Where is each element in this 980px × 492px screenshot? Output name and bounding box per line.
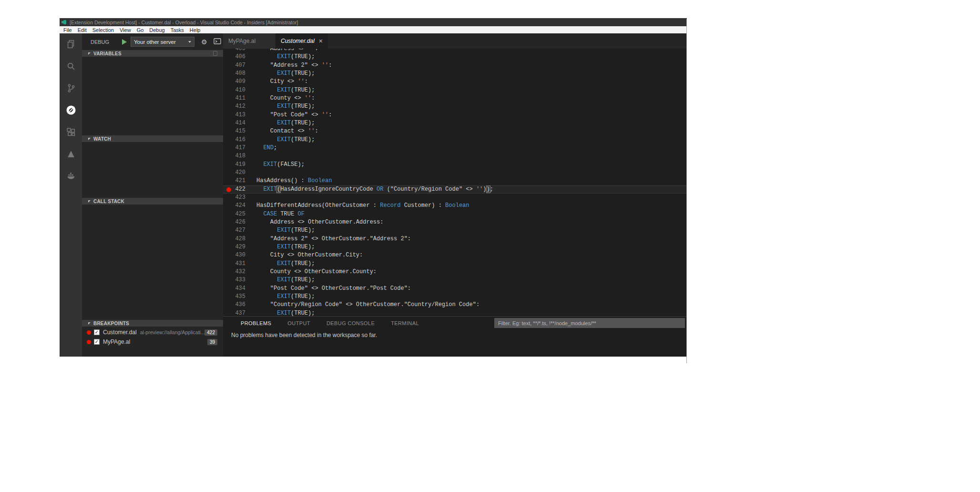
code-line-416[interactable]: 416 EXIT(TRUE); xyxy=(223,136,687,144)
editor-group: MyPAge.al Customer.dal × 405 Address <> … xyxy=(223,33,687,357)
breakpoint-dot-icon xyxy=(87,330,91,335)
code-text xyxy=(245,169,256,177)
menu-go[interactable]: Go xyxy=(134,27,147,33)
debug-console-icon[interactable] xyxy=(214,38,221,46)
code-text: County <> '': xyxy=(245,94,315,102)
code-line-430[interactable]: 430 City <> OtherCustomer.City: xyxy=(223,251,687,259)
code-line-432[interactable]: 432 County <> OtherCustomer.County: xyxy=(223,268,687,276)
explorer-icon[interactable] xyxy=(60,33,82,55)
start-debug-icon[interactable] xyxy=(122,39,127,45)
code-line-422[interactable]: 422 EXIT(HasAddressIgnoreCountryCode OR … xyxy=(223,185,687,194)
section-call-stack[interactable]: CALL STACK xyxy=(82,198,223,205)
line-number: 435 xyxy=(223,293,245,301)
activity-bar xyxy=(60,33,82,357)
breakpoint-dot-icon[interactable] xyxy=(226,187,231,192)
panel-tab-problems[interactable]: PROBLEMS xyxy=(241,320,271,326)
code-line-418[interactable]: 418 xyxy=(223,152,687,160)
breakpoint-file: Customer.dal xyxy=(103,329,137,336)
code-text: EXIT(TRUE); xyxy=(245,102,315,111)
code-line-423[interactable]: 423 xyxy=(223,194,687,202)
problems-filter-input[interactable] xyxy=(494,318,685,328)
menu-file[interactable]: File xyxy=(61,27,75,33)
code-line-406[interactable]: 406 EXIT(TRUE); xyxy=(223,53,687,61)
menu-selection[interactable]: Selection xyxy=(90,27,117,33)
code-line-409[interactable]: 409 City <> '': xyxy=(223,78,687,86)
tab-label: MyPAge.al xyxy=(228,38,255,44)
gear-icon[interactable]: ⚙ xyxy=(201,39,207,45)
panel-tab-terminal[interactable]: TERMINAL xyxy=(391,320,419,326)
code-line-410[interactable]: 410 EXIT(TRUE); xyxy=(223,86,687,94)
code-editor[interactable]: 405 Address <> '':406 EXIT(TRUE);407 "Ad… xyxy=(223,49,687,316)
code-line-427[interactable]: 427 EXIT(TRUE); xyxy=(223,226,687,235)
debug-sidebar: DEBUG Your other server ⚙ VARIABLES xyxy=(82,33,223,357)
panel-tab-output[interactable]: OUTPUT xyxy=(287,320,310,326)
source-control-icon[interactable] xyxy=(60,77,82,99)
code-line-411[interactable]: 411 County <> '': xyxy=(223,94,687,102)
lock-icon[interactable] xyxy=(213,51,217,56)
menu-debug[interactable]: Debug xyxy=(146,27,167,33)
code-line-421[interactable]: 421HasAddress() : Boolean xyxy=(223,177,687,185)
code-line-434[interactable]: 434 "Post Code" <> OtherCustomer."Post C… xyxy=(223,285,687,293)
line-number: 430 xyxy=(223,251,245,259)
code-line-419[interactable]: 419 EXIT(FALSE); xyxy=(223,161,687,169)
code-line-426[interactable]: 426 Address <> OtherCustomer.Address: xyxy=(223,218,687,226)
tab-customer-dal[interactable]: Customer.dal × xyxy=(276,33,328,49)
breakpoint-checkbox[interactable] xyxy=(94,339,100,345)
code-text: EXIT(TRUE); xyxy=(245,119,315,127)
line-number: 427 xyxy=(223,226,245,235)
code-line-425[interactable]: 425 CASE TRUE OF xyxy=(223,210,687,218)
code-line-435[interactable]: 435 EXIT(TRUE); xyxy=(223,293,687,301)
code-text: HasDifferentAddress(OtherCustomer : Reco… xyxy=(245,202,470,210)
docker-icon[interactable] xyxy=(60,165,82,187)
breakpoint-row[interactable]: MyPAge.al 39 xyxy=(82,337,223,347)
line-number: 428 xyxy=(223,235,245,243)
code-line-424[interactable]: 424HasDifferentAddress(OtherCustomer : R… xyxy=(223,202,687,210)
code-text: County <> OtherCustomer.County: xyxy=(245,268,377,276)
tab-mypage-al[interactable]: MyPAge.al xyxy=(223,33,276,49)
code-line-429[interactable]: 429 EXIT(TRUE); xyxy=(223,243,687,251)
menu-tasks[interactable]: Tasks xyxy=(168,27,187,33)
search-icon[interactable] xyxy=(60,55,82,77)
code-line-407[interactable]: 407 "Address 2" <> '': xyxy=(223,62,687,70)
code-text: CASE TRUE OF xyxy=(245,210,305,218)
code-line-414[interactable]: 414 EXIT(TRUE); xyxy=(223,119,687,127)
code-line-408[interactable]: 408 EXIT(TRUE); xyxy=(223,70,687,78)
breakpoint-checkbox[interactable] xyxy=(94,329,100,335)
breakpoint-row[interactable]: Customer.dal al-preview://allang/Applica… xyxy=(82,328,223,337)
code-line-436[interactable]: 436 "Country/Region Code" <> OtherCustom… xyxy=(223,301,687,309)
code-line-437[interactable]: 437 EXIT(TRUE); xyxy=(223,309,687,317)
section-variables[interactable]: VARIABLES xyxy=(82,50,223,57)
azure-triangle-icon[interactable] xyxy=(60,143,82,165)
debug-icon[interactable] xyxy=(60,99,82,121)
section-breakpoints[interactable]: BREAKPOINTS xyxy=(82,320,223,327)
code-text: EXIT(TRUE); xyxy=(245,243,315,251)
code-line-431[interactable]: 431 EXIT(TRUE); xyxy=(223,260,687,268)
code-text: EXIT(TRUE); xyxy=(245,260,315,268)
vscode-window: [Extension Development Host] - Customer.… xyxy=(60,18,687,357)
code-line-428[interactable]: 428 "Address 2" <> OtherCustomer."Addres… xyxy=(223,235,687,243)
debug-toolbar: DEBUG Your other server ⚙ xyxy=(82,33,223,50)
menu-view[interactable]: View xyxy=(117,27,134,33)
code-line-415[interactable]: 415 Contact <> '': xyxy=(223,127,687,135)
code-line-405[interactable]: 405 Address <> '': xyxy=(223,49,687,53)
code-text: Contact <> '': xyxy=(245,127,318,135)
line-number: 419 xyxy=(223,161,245,169)
code-text: EXIT(TRUE); xyxy=(245,53,315,61)
code-line-413[interactable]: 413 "Post Code" <> '': xyxy=(223,111,687,119)
line-number: 431 xyxy=(223,260,245,268)
menu-edit[interactable]: Edit xyxy=(75,27,90,33)
line-number: 415 xyxy=(223,127,245,135)
close-icon[interactable]: × xyxy=(319,38,323,44)
code-line-420[interactable]: 420 xyxy=(223,169,687,177)
code-line-417[interactable]: 417 END; xyxy=(223,144,687,152)
extensions-icon[interactable] xyxy=(60,121,82,143)
debug-config-dropdown[interactable]: Your other server xyxy=(131,37,194,47)
code-line-433[interactable]: 433 EXIT(TRUE); xyxy=(223,276,687,284)
code-line-412[interactable]: 412 EXIT(TRUE); xyxy=(223,102,687,111)
code-text: HasAddress() : Boolean xyxy=(245,177,332,185)
line-number: 437 xyxy=(223,309,245,317)
menu-help[interactable]: Help xyxy=(187,27,204,33)
panel-tab-debug-console[interactable]: DEBUG CONSOLE xyxy=(327,320,375,326)
code-text: City <> '': xyxy=(245,78,308,86)
section-watch[interactable]: WATCH xyxy=(82,135,223,142)
